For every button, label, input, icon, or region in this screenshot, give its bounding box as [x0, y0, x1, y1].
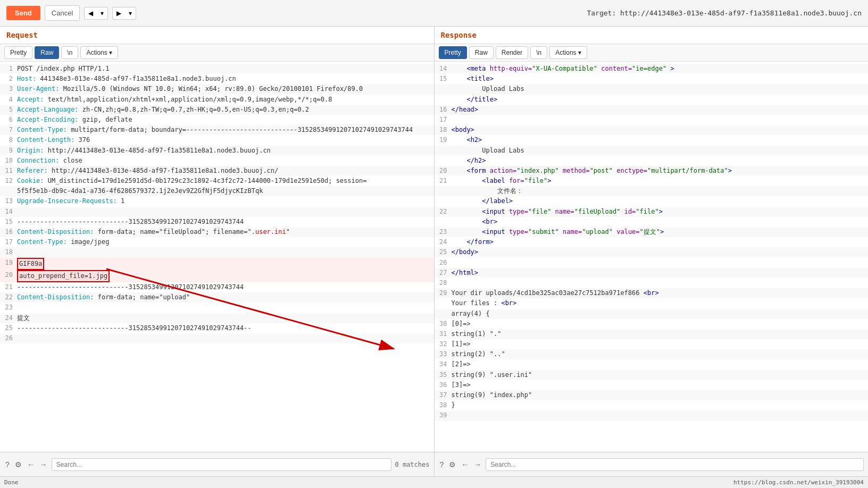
res-line-35: 35 string(9) ".user.ini" — [435, 370, 869, 380]
next-button[interactable]: ▶ — [112, 7, 125, 20]
res-line-25: 25 </body> — [435, 247, 869, 257]
req-line-5: 5 Accept-Language: zh-CN,zh;q=0.8,zh-TW;… — [0, 105, 434, 115]
response-actions-label: Actions — [555, 49, 576, 56]
res-line-28: 28 — [435, 278, 869, 288]
nav-next-group: ▶ ▾ — [112, 7, 136, 20]
req-line-17: 17 Content-Type: image/jpeg — [0, 237, 434, 247]
req-line-14: 14 — [0, 207, 434, 217]
res-line-15c: </title> — [435, 95, 869, 105]
cancel-button[interactable]: Cancel — [45, 5, 80, 21]
response-actions-button[interactable]: Actions ▾ — [549, 46, 587, 59]
res-line-23: 23 <input type="submit" name="upload" va… — [435, 227, 869, 237]
response-tab-raw[interactable]: Raw — [469, 46, 494, 59]
request-tab-pretty[interactable]: Pretty — [4, 46, 32, 59]
req-line-12b: 5f5f5e1b-db9c-4da1-a736-4f6286579372.1j2… — [0, 186, 434, 196]
request-search-bar: ? ⚙ ← → 0 matches — [0, 452, 434, 476]
response-tab-pretty[interactable]: Pretty — [439, 46, 467, 59]
nav-prev-group: ◀ ▾ — [84, 7, 108, 20]
res-line-18: 18 <body> — [435, 125, 869, 135]
req-line-25: 25 -----------------------------31528534… — [0, 323, 434, 333]
res-line-19b: Upload Labs — [435, 146, 869, 156]
res-line-19c: </h2> — [435, 156, 869, 166]
status-left: Done — [4, 479, 19, 486]
res-line-33: 33 string(2) ".." — [435, 349, 869, 359]
request-search-prev-button[interactable]: ← — [26, 459, 36, 470]
highlight-gif89a: GIF89a — [17, 258, 44, 270]
request-tab-newline[interactable]: \n — [61, 46, 78, 59]
response-search-prev-button[interactable]: ← — [460, 459, 470, 470]
res-line-24: 24 </form> — [435, 237, 869, 247]
res-line-22b: <br> — [435, 217, 869, 227]
req-line-22: 22 Content-Disposition: form-data; name=… — [0, 292, 434, 302]
req-content-1: POST /index.php HTTP/1.1 — [17, 64, 109, 74]
req-line-7: 7 Content-Type: multipart/form-data; bou… — [0, 125, 434, 135]
res-line-39: 39 — [435, 410, 869, 420]
request-panel-title: Request — [0, 27, 434, 44]
req-line-6: 6 Accept-Encoding: gzip, deflate — [0, 115, 434, 125]
response-settings-button[interactable]: ⚙ — [448, 459, 457, 470]
res-line-26: 26 — [435, 258, 869, 268]
send-button[interactable]: Send — [6, 6, 40, 20]
next-dropdown-button[interactable]: ▾ — [125, 7, 136, 20]
res-line-32: 32 [1]=> — [435, 339, 869, 349]
res-line-19: 19 <h2> — [435, 135, 869, 145]
request-search-input[interactable] — [52, 458, 392, 471]
actions-chevron-icon: ▾ — [109, 49, 112, 56]
request-help-button[interactable]: ? — [4, 459, 11, 470]
response-body: 14 <meta http-equiv="X-UA-Compatible" co… — [435, 62, 869, 452]
res-line-21b: 文件名： — [435, 186, 869, 196]
actions-label: Actions — [86, 49, 107, 56]
res-line-38: 38 } — [435, 400, 869, 410]
res-line-29b: Your files : <br> — [435, 298, 869, 308]
prev-dropdown-button[interactable]: ▾ — [97, 7, 108, 20]
res-line-29: 29 Your dir uploads/4cd1be325ac03ae27c75… — [435, 288, 869, 298]
response-panel-title: Response — [435, 27, 869, 44]
res-line-29c: array(4) { — [435, 309, 869, 319]
request-settings-button[interactable]: ⚙ — [14, 459, 23, 470]
res-line-30: 30 [0]=> — [435, 319, 869, 329]
request-tab-raw[interactable]: Raw — [35, 46, 59, 59]
res-line-31: 31 string(1) "." — [435, 329, 869, 339]
request-body: 1 POST /index.php HTTP/1.1 2 Host: 44134… — [0, 62, 434, 452]
req-line-15: 15 -----------------------------31528534… — [0, 217, 434, 227]
response-toolbar: Pretty Raw Render \n Actions ▾ — [435, 44, 869, 62]
response-search-bar: ? ⚙ ← → — [435, 452, 869, 476]
req-line-20: 20 auto_prepend_file=1.jpg — [0, 270, 434, 282]
res-line-15b: Upload Labs — [435, 84, 869, 94]
req-line-3: 3 User-Agent: Mozilla/5.0 (Windows NT 10… — [0, 84, 434, 94]
response-panel: Response Pretty Raw Render \n Actions ▾ … — [435, 27, 869, 476]
status-bar: Done https://blog.csdn.net/weixin_391930… — [0, 476, 868, 488]
target-info: Target: http://441348e3-013e-485d-af97-f… — [587, 9, 862, 17]
prev-button[interactable]: ◀ — [84, 7, 97, 20]
req-line-11: 11 Referer: http://441348e3-013e-485d-af… — [0, 166, 434, 176]
request-actions-button[interactable]: Actions ▾ — [80, 46, 118, 59]
res-line-34: 34 [2]=> — [435, 359, 869, 369]
req-line-8: 8 Content-Length: 376 — [0, 135, 434, 145]
response-actions-chevron-icon: ▾ — [578, 49, 581, 56]
req-linenum-1: 1 — [2, 64, 17, 74]
req-line-4: 4 Accept: text/html,application/xhtml+xm… — [0, 95, 434, 105]
response-help-button[interactable]: ? — [439, 459, 445, 470]
status-right: https://blog.csdn.net/weixin_39193004 — [733, 479, 864, 486]
req-line-9: 9 Origin: http://441348e3-013e-485d-af97… — [0, 146, 434, 156]
request-panel: Request Pretty Raw \n Actions ▾ 1 POST /… — [0, 27, 435, 476]
res-line-21: 21 <label for="file"> — [435, 176, 869, 186]
response-code: 14 <meta http-equiv="X-UA-Compatible" co… — [435, 62, 869, 423]
req-line-18: 18 — [0, 247, 434, 257]
res-line-16: 16 </head> — [435, 105, 869, 115]
req-line-2: 2 Host: 441348e3-013e-485d-af97-f1a35811… — [0, 74, 434, 84]
request-search-next-button[interactable]: → — [39, 459, 48, 470]
request-toolbar: Pretty Raw \n Actions ▾ — [0, 44, 434, 62]
req-line-10: 10 Connection: close — [0, 156, 434, 166]
res-line-20: 20 <form action="index.php" method="post… — [435, 166, 869, 176]
response-search-input[interactable] — [486, 458, 864, 471]
response-search-next-button[interactable]: → — [473, 459, 482, 470]
req-line-24: 24 提文 — [0, 313, 434, 323]
req-line-13: 13 Upgrade-Insecure-Requests: 1 — [0, 196, 434, 206]
res-line-36: 36 [3]=> — [435, 380, 869, 390]
req-line-26: 26 — [0, 333, 434, 343]
response-tab-newline[interactable]: \n — [530, 46, 547, 59]
res-line-15: 15 <title> — [435, 74, 869, 84]
req-line-16: 16 Content-Disposition: form-data; name=… — [0, 227, 434, 237]
response-tab-render[interactable]: Render — [496, 46, 528, 59]
